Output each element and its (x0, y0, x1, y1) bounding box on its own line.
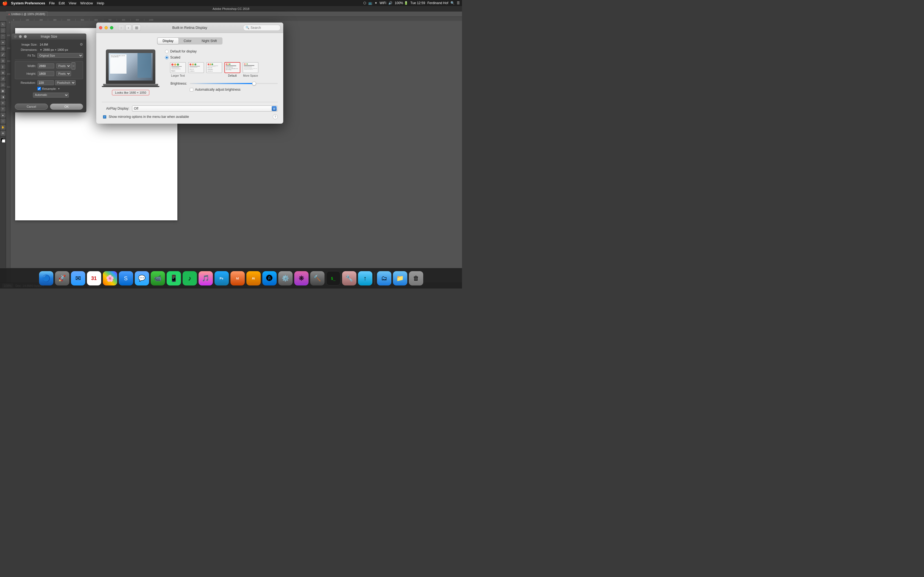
nav-back-btn[interactable]: ‹ (118, 25, 124, 31)
ps-tool-crop[interactable]: ⊡ (0, 46, 5, 51)
resample-method-select[interactable]: Automatic (33, 93, 69, 98)
brightness-row: Brightness: (165, 82, 278, 85)
dock-icon-terminal[interactable]: $_ (326, 271, 341, 285)
dock-icon-indesign[interactable]: Id (231, 271, 245, 285)
menu-edit[interactable]: Edit (58, 1, 65, 5)
menu-window[interactable]: Window (80, 1, 93, 5)
sysprefs-grid-btn[interactable]: ⊞ (132, 25, 141, 31)
dock-icon-launchpad[interactable]: 🚀 (55, 271, 69, 285)
scaled-preview-larger: Here's (170, 62, 186, 73)
mirroring-checkbox[interactable]: ✓ (103, 115, 107, 119)
dialog-close-btn[interactable] (14, 35, 17, 38)
dock-icon-petal[interactable]: ❋ (294, 271, 309, 285)
dock-icon-photoshop[interactable]: Ps (215, 271, 229, 285)
dock-icon-whatsapp[interactable]: 📱 (166, 271, 181, 285)
ps-tool-spot-heal[interactable]: ◎ (0, 58, 5, 63)
dimensions-dropdown-icon[interactable]: ▼ (40, 48, 42, 52)
ps-tool-text[interactable]: T (0, 106, 5, 111)
width-unit-select[interactable]: Pixels (57, 63, 71, 68)
res-radio-default[interactable] (165, 50, 169, 53)
dock-icon-messages[interactable]: 💬 (135, 271, 149, 285)
width-input[interactable] (38, 63, 54, 68)
laptop-screen: Here's to the troublemakers, ones who se… (108, 53, 153, 81)
scaled-option-2[interactable]: Here's to troublema (188, 62, 204, 77)
dock-icon-photos[interactable]: 🌸 (103, 271, 117, 285)
nav-forward-btn[interactable]: › (125, 25, 131, 31)
dock-icon-illustrator[interactable]: Ai (246, 271, 261, 285)
search-icon[interactable]: 🔍 (451, 1, 455, 5)
apple-menu[interactable]: 🍎 (2, 0, 8, 6)
ps-tool-zoom[interactable]: ⊕ (0, 131, 5, 136)
dock-icon-trash[interactable]: 🗑 (409, 271, 423, 285)
dock-icon-mail[interactable]: ✉ (71, 271, 85, 285)
ps-tool-lasso[interactable]: ⌒ (0, 34, 5, 39)
dock-icon-sketchbook[interactable]: S (119, 271, 133, 285)
sysprefs-max-btn[interactable] (110, 26, 113, 29)
ps-tool-path-select[interactable]: ▲ (0, 113, 5, 118)
menu-file[interactable]: File (49, 1, 55, 5)
ps-tool-clone[interactable]: ⊕ (0, 70, 5, 75)
dock-icon-finder2[interactable]: 🗂 (377, 271, 391, 285)
scaled-option-default[interactable]: Here's to the troublemakers ones who see… (225, 62, 240, 77)
ps-tool-eraser[interactable]: ▭ (0, 82, 5, 87)
sysprefs-search-bar[interactable]: 🔍 (243, 25, 281, 31)
resolution-unit-select[interactable]: Pixels/Inch (55, 80, 76, 85)
ps-tool-dodge[interactable]: ◑ (0, 95, 5, 100)
resample-checkbox[interactable] (37, 87, 41, 90)
scaled-option-more-space[interactable]: Here's to the troublemakers. And they ha… (242, 62, 258, 77)
dialog-max-btn[interactable] (24, 35, 27, 38)
auto-brightness-checkbox[interactable] (190, 88, 193, 92)
app-name[interactable]: System Preferences (11, 1, 45, 5)
image-size-row: Image Size: 14.8M ⚙ (15, 42, 83, 47)
ps-tool-hand[interactable]: ✋ (0, 125, 5, 130)
sysprefs-close-btn[interactable] (99, 26, 102, 29)
dock-icon-finder3[interactable]: 📁 (393, 271, 407, 285)
ps-doc-tab[interactable]: × Untitled-1 @ 100% (RGB/8) (6, 11, 48, 16)
ps-tool-shape[interactable]: □ (0, 119, 5, 124)
resolution-input[interactable] (37, 80, 54, 85)
mirroring-row: ✓ Show mirroring options in the menu bar… (102, 114, 278, 119)
dock-icon-facetime[interactable]: 📹 (151, 271, 165, 285)
dock-icon-hammer[interactable]: 🔨 (310, 271, 325, 285)
ps-tool-pen[interactable]: ✒ (0, 101, 5, 105)
dock-icon-calendar[interactable]: 31 (87, 271, 101, 285)
ps-tool-move[interactable]: ↖ (0, 22, 5, 27)
dock-icon-spotify[interactable]: ♪ (183, 271, 197, 285)
scaled-option-3[interactable]: Here's to the troublemakers ones who see (206, 62, 222, 77)
ps-tool-eyedropper[interactable]: 🖉 (0, 52, 5, 57)
dialog-min-btn[interactable] (19, 35, 22, 38)
ps-tool-brush[interactable]: ∥ (0, 64, 5, 69)
scaled-option-larger-text[interactable]: Here's Larger Text (170, 62, 186, 77)
brightness-slider[interactable] (190, 83, 278, 84)
help-button[interactable]: ? (273, 114, 278, 119)
ps-tool-history-brush[interactable]: ↺ (0, 76, 5, 81)
tab-display[interactable]: Display (158, 38, 178, 44)
gear-icon[interactable]: ⚙ (80, 42, 83, 47)
height-input[interactable] (38, 71, 54, 76)
cancel-button[interactable]: Cancel (15, 103, 48, 110)
dock-icon-sysprefs[interactable]: ⚙️ (278, 271, 292, 285)
dock-icon-updates[interactable]: ↑ (358, 271, 372, 285)
tab-color[interactable]: Color (179, 38, 197, 44)
dock-icon-finder[interactable]: 🔵 (39, 271, 53, 285)
res-radio-scaled[interactable] (165, 56, 169, 60)
height-unit-select[interactable]: Pixels (57, 71, 71, 76)
ps-tool-select[interactable]: ⬚ (0, 28, 5, 33)
sysprefs-search-input[interactable] (250, 26, 278, 30)
ps-color-swatch[interactable] (0, 138, 5, 143)
ps-tool-magic-wand[interactable]: ✦ (0, 40, 5, 45)
sysprefs-min-btn[interactable] (105, 26, 108, 29)
dock-icon-itunes[interactable]: 🎵 (199, 271, 213, 285)
ok-button[interactable]: OK (50, 103, 83, 110)
menu-view[interactable]: View (69, 1, 76, 5)
brightness-thumb[interactable] (252, 82, 256, 85)
notification-icon[interactable]: ☰ (457, 1, 460, 5)
wifi-icon: WiFi (380, 1, 386, 5)
ps-tool-gradient[interactable]: ▦ (0, 89, 5, 93)
dock-icon-appstore[interactable]: 🅐 (262, 271, 277, 285)
dock-icon-tools[interactable]: 🔧 (342, 271, 356, 285)
fit-to-select[interactable]: Original Size (37, 53, 83, 58)
airplay-select[interactable]: Off (132, 105, 278, 111)
tab-night-shift[interactable]: Night Shift (197, 38, 222, 44)
menu-help[interactable]: Help (97, 1, 104, 5)
